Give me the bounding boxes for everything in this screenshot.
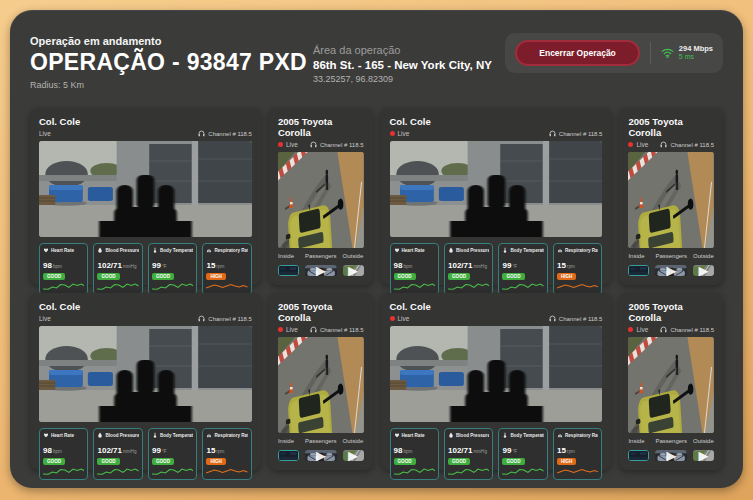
end-operation-button[interactable]: Encerrar Operação: [515, 40, 640, 66]
play-icon[interactable]: ▶: [693, 450, 714, 461]
thumb-label-passengers: Passengers: [655, 253, 687, 259]
vitals-row: Heart Rate 98bpm GOOD Blood Pressure 102…: [39, 243, 252, 295]
camera-thumb-passengers[interactable]: ▶: [305, 450, 337, 461]
vital-value: 98: [394, 446, 403, 455]
thumb-label-outside: Outside: [343, 253, 364, 259]
lungs-icon: [557, 432, 563, 438]
car-video-feed[interactable]: [278, 152, 364, 248]
vital-respiratory-rate: Respiratory Rate 15rpm HIGH: [202, 243, 251, 295]
sparkline: [97, 280, 138, 292]
sniper-video-feed[interactable]: [390, 141, 603, 237]
operation-status: Operação em andamento: [30, 35, 313, 47]
blood-pressure-icon: [448, 247, 454, 253]
vitals-row: Heart Rate 98bpm GOOD Blood Pressure 102…: [390, 428, 603, 480]
heart-icon: [394, 247, 400, 253]
live-indicator: Live: [628, 326, 648, 333]
play-icon[interactable]: ▶: [343, 265, 364, 276]
audio-channel[interactable]: Channel # 118.5: [549, 130, 603, 137]
watching-now-label: Watching now: [639, 265, 649, 266]
feed-card-col-cole-1: Col. Cole Live Channel # 118.5 Heart Rat…: [30, 108, 261, 285]
sniper-video-feed[interactable]: [39, 141, 252, 237]
vital-value: 99: [152, 446, 161, 455]
audio-channel[interactable]: Channel # 118.5: [310, 326, 364, 333]
vital-value: 15: [206, 446, 215, 455]
vital-unit: °F: [162, 264, 167, 269]
live-label: Live: [636, 326, 648, 333]
live-indicator: Live: [39, 130, 51, 137]
vital-unit: bpm: [403, 264, 412, 269]
audio-channel[interactable]: Channel # 118.5: [549, 315, 603, 322]
camera-thumb-outside[interactable]: ▶: [343, 265, 364, 276]
vital-label: Body Temperature: [160, 248, 193, 253]
vital-unit: rpm: [216, 264, 224, 269]
feed-card-toyota-1: 2005 Toyota Corolla Live Channel # 118.5…: [269, 108, 373, 285]
camera-thumb-inside[interactable]: Watching now: [628, 450, 649, 461]
vital-value: 102/71: [97, 261, 121, 270]
lungs-icon: [557, 247, 563, 253]
play-icon[interactable]: ▶: [655, 450, 687, 461]
play-icon[interactable]: ▶: [343, 450, 364, 461]
car-video-feed[interactable]: [628, 152, 714, 248]
camera-thumbnails: Inside Passengers Outside Watching now ▶…: [628, 253, 714, 276]
car-video-feed[interactable]: [278, 337, 364, 433]
feed-grid: Col. Cole Live Channel # 118.5 Heart Rat…: [30, 108, 723, 470]
audio-channel[interactable]: Channel # 118.5: [198, 130, 252, 137]
vital-label: Heart Rate: [51, 248, 74, 253]
camera-thumbnails: Inside Passengers Outside Watching now ▶…: [278, 438, 364, 461]
thumb-label-passengers: Passengers: [655, 438, 687, 444]
vital-unit: °F: [512, 264, 517, 269]
thumb-label-outside: Outside: [343, 438, 364, 444]
live-dot: [390, 131, 395, 136]
camera-thumb-inside[interactable]: Watching now: [278, 450, 299, 461]
vital-unit: mmHg: [123, 449, 137, 454]
sparkline: [97, 465, 138, 477]
vital-blood-pressure: Blood Pressure 102/71mmHg GOOD: [444, 428, 493, 480]
camera-thumb-inside[interactable]: Watching now: [278, 265, 299, 276]
sniper-video-feed[interactable]: [39, 326, 252, 422]
header: Operação em andamento OPERAÇÃO - 93847 P…: [30, 35, 723, 90]
vital-heart-rate: Heart Rate 98bpm GOOD: [39, 243, 88, 295]
thermometer-icon: [152, 247, 158, 253]
status-badge: GOOD: [43, 273, 65, 280]
camera-thumb-passengers[interactable]: ▶: [655, 450, 687, 461]
operation-info: Operação em andamento OPERAÇÃO - 93847 P…: [30, 35, 313, 90]
camera-thumb-inside[interactable]: Watching now: [628, 265, 649, 276]
channel-label: Channel # 118.5: [559, 316, 603, 322]
headphones-icon: [198, 130, 205, 137]
sparkline: [394, 465, 435, 477]
audio-channel[interactable]: Channel # 118.5: [198, 315, 252, 322]
status-badge: GOOD: [502, 273, 524, 280]
thumb-label-outside: Outside: [693, 253, 714, 259]
play-icon[interactable]: ▶: [305, 450, 337, 461]
sparkline: [502, 465, 543, 477]
camera-thumb-passengers[interactable]: ▶: [305, 265, 337, 276]
vital-value: 102/71: [448, 446, 472, 455]
camera-thumb-outside[interactable]: ▶: [693, 265, 714, 276]
audio-channel[interactable]: Channel # 118.5: [660, 141, 714, 148]
audio-channel[interactable]: Channel # 118.5: [660, 326, 714, 333]
play-icon[interactable]: ▶: [693, 265, 714, 276]
feed-card-toyota-2: 2005 Toyota Corolla Live Channel # 118.5…: [619, 108, 723, 285]
vital-label: Heart Rate: [402, 433, 425, 438]
sniper-video-feed[interactable]: [390, 326, 603, 422]
sparkline: [152, 465, 193, 477]
heart-icon: [43, 247, 49, 253]
car-video-feed[interactable]: [628, 337, 714, 433]
camera-thumb-outside[interactable]: ▶: [693, 450, 714, 461]
status-badge: GOOD: [152, 273, 174, 280]
channel-label: Channel # 118.5: [320, 142, 364, 148]
play-icon[interactable]: ▶: [655, 265, 687, 276]
vital-unit: bpm: [403, 449, 412, 454]
camera-thumb-passengers[interactable]: ▶: [655, 265, 687, 276]
sparkline: [43, 465, 84, 477]
camera-thumb-outside[interactable]: ▶: [343, 450, 364, 461]
play-icon[interactable]: ▶: [305, 265, 337, 276]
feed-card-col-cole-3: Col. Cole Live Channel # 118.5 Heart Rat…: [30, 293, 261, 470]
feed-title: 2005 Toyota Corolla: [628, 116, 714, 138]
channel-label: Channel # 118.5: [208, 131, 252, 137]
vital-value: 98: [43, 261, 52, 270]
vital-heart-rate: Heart Rate 98bpm GOOD: [390, 428, 439, 480]
audio-channel[interactable]: Channel # 118.5: [310, 141, 364, 148]
vital-body-temperature: Body Temperature 99°F GOOD: [498, 243, 547, 295]
status-badge: HIGH: [206, 273, 225, 280]
